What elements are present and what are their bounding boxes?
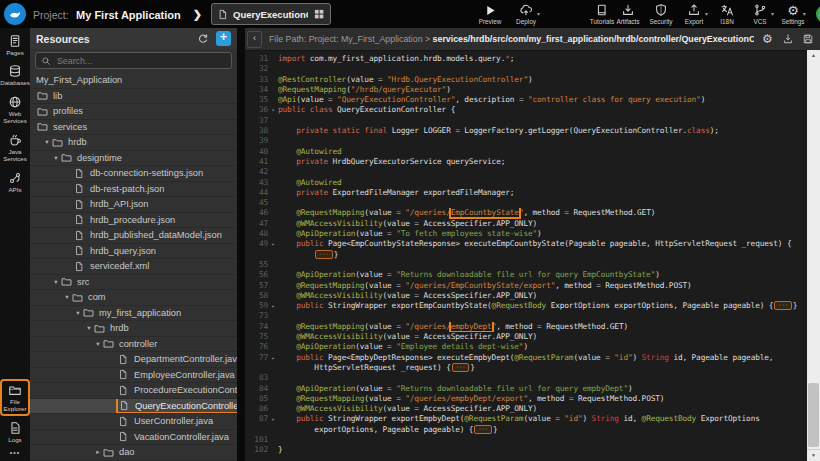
code-line[interactable]: 84 @ApiOperation(value = "Returns downlo…: [245, 384, 807, 394]
code-line[interactable]: 58 @WMAccessVisibility(value = AccessSpe…: [245, 291, 807, 301]
scroll-up-icon[interactable]: ▲: [807, 50, 820, 61]
app-logo-icon[interactable]: [4, 3, 26, 25]
code-line[interactable]: 83: [245, 373, 807, 383]
tree-item[interactable]: db-connection-settings.json: [30, 166, 237, 182]
code-line[interactable]: 59▸ public StringWrapper exportEmpCountb…: [245, 301, 807, 311]
tree-item[interactable]: db-rest-patch.json: [30, 182, 237, 198]
rail-item-java-services[interactable]: Java Services: [1, 130, 29, 165]
chevron-down-icon[interactable]: ▾: [51, 278, 61, 286]
editor-scrollbar[interactable]: ▲ ▼: [807, 50, 820, 461]
code-area[interactable]: 31import com.my_first_application.hrdb.m…: [245, 51, 820, 461]
code-line[interactable]: 43 @Autowired: [245, 178, 807, 188]
tree-item[interactable]: hrdb_query.json: [30, 244, 237, 260]
code-line[interactable]: 57 @RequestMapping(value = "/queries/Emp…: [245, 281, 807, 291]
chevron-down-icon[interactable]: ▾: [93, 340, 103, 348]
folded-code-icon[interactable]: ···: [774, 301, 791, 310]
topbar-action-i18n[interactable]: I18N: [714, 3, 740, 25]
fold-closed-icon[interactable]: ▸: [268, 353, 278, 363]
tree-item[interactable]: hrdb_API.json: [30, 197, 237, 213]
save-icon[interactable]: [801, 33, 814, 46]
tree-item[interactable]: ▾src: [30, 275, 237, 291]
rail-item-web-services[interactable]: Web Services: [1, 92, 29, 127]
tree-item[interactable]: EmployeeController.java: [30, 368, 237, 384]
chevron-down-icon[interactable]: ▾: [51, 154, 61, 162]
code-line[interactable]: 39: [245, 136, 807, 146]
tree-item[interactable]: DepartmentController.java: [30, 352, 237, 368]
more-options-icon[interactable]: •••: [10, 449, 20, 456]
grid-menu-icon[interactable]: [313, 8, 325, 20]
chevron-right-icon[interactable]: ▸: [93, 448, 103, 456]
code-line[interactable]: 46 @RequestMapping(value = "/queries/Emp…: [245, 208, 807, 218]
code-line[interactable]: 73: [245, 311, 807, 321]
topbar-action-deploy[interactable]: ▾Deploy: [513, 3, 539, 25]
tree-item[interactable]: ▾controller: [30, 337, 237, 353]
scrollbar-thumb[interactable]: [808, 383, 819, 447]
code-line[interactable]: 45: [245, 198, 807, 208]
code-line[interactable]: ···}: [245, 250, 807, 260]
tree-item[interactable]: ▾hrdb: [30, 135, 237, 151]
chevron-down-icon[interactable]: ▾: [62, 293, 72, 301]
topbar-action-preview[interactable]: Preview: [477, 3, 503, 25]
gear-icon[interactable]: ⚙: [761, 33, 774, 46]
download-file-icon[interactable]: [781, 33, 794, 46]
code-line[interactable]: 74 @RequestMapping(value = "/queries/emp…: [245, 322, 807, 332]
fold-closed-icon[interactable]: ▸: [268, 414, 278, 424]
code-line[interactable]: 56 @ApiOperation(value = "Returns downlo…: [245, 270, 807, 280]
user-avatar[interactable]: MP: [816, 5, 820, 23]
code-line[interactable]: 87▸ public StringWrapper exportEmpbyDept…: [245, 414, 807, 424]
add-resource-button[interactable]: +: [216, 31, 231, 46]
code-line[interactable]: HttpServletRequest _request) {···}: [245, 363, 807, 373]
tree-item[interactable]: lib: [30, 89, 237, 105]
code-line[interactable]: 37: [245, 116, 807, 126]
code-line[interactable]: 33@RestController(value = "Hrdb.QueryExe…: [245, 75, 807, 85]
code-line[interactable]: exportOptions, Pageable pageable) {···}: [245, 425, 807, 435]
tree-item[interactable]: ▸dao: [30, 445, 237, 461]
rail-item-databases[interactable]: Databases: [1, 61, 29, 88]
code-line[interactable]: 101: [245, 435, 807, 445]
rail-item-apis[interactable]: APIs: [1, 168, 29, 195]
code-line[interactable]: 48 @ApiOperation(value = "To fetch emplo…: [245, 229, 807, 239]
chevron-down-icon[interactable]: ▾: [42, 138, 52, 146]
open-file-tab[interactable]: QueryExecutionCon...: [211, 3, 331, 25]
search-input[interactable]: [55, 55, 226, 67]
topbar-action-artifacts[interactable]: Artifacts: [615, 3, 641, 25]
tree-item[interactable]: UserController.java: [30, 414, 237, 430]
chevron-down-icon[interactable]: ▾: [73, 309, 83, 317]
rail-item-logs[interactable]: Logs: [1, 418, 29, 445]
code-line[interactable]: 75 @WMAccessVisibility(value = AccessSpe…: [245, 332, 807, 342]
code-line[interactable]: 40 @Autowired: [245, 147, 807, 157]
tree-item[interactable]: VacationController.java: [30, 430, 237, 446]
panel-divider[interactable]: [237, 28, 245, 461]
fold-closed-icon[interactable]: ▸: [268, 239, 278, 249]
topbar-action-export[interactable]: ▾Export: [681, 3, 707, 25]
fold-open-icon[interactable]: ▾: [268, 105, 278, 115]
scroll-down-icon[interactable]: ▼: [807, 449, 820, 461]
code-line[interactable]: 47 @WMAccessVisibility(value = AccessSpe…: [245, 219, 807, 229]
code-line[interactable]: 102}: [245, 445, 807, 455]
tree-item[interactable]: QueryExecutionController.java: [30, 399, 237, 415]
chevron-down-icon[interactable]: ▾: [84, 324, 94, 332]
code-line[interactable]: 41 private HrdbQueryExecutorService quer…: [245, 157, 807, 167]
tree-item[interactable]: ▾com: [30, 290, 237, 306]
folded-code-icon[interactable]: ···: [452, 363, 469, 372]
rail-item-pages[interactable]: Pages: [1, 31, 29, 58]
tree-item[interactable]: servicedef.xml: [30, 259, 237, 275]
folded-code-icon[interactable]: ···: [474, 425, 491, 434]
rail-item-file-explorer[interactable]: File Explorer: [1, 380, 29, 415]
code-line[interactable]: 31import com.my_first_application.hrdb.m…: [245, 54, 807, 64]
tree-item[interactable]: services: [30, 120, 237, 136]
code-line[interactable]: 32: [245, 64, 807, 74]
tree-item[interactable]: ▾my_first_application: [30, 306, 237, 322]
tree-item[interactable]: ▾designtime: [30, 151, 237, 167]
code-line[interactable]: 42: [245, 167, 807, 177]
code-line[interactable]: 38 private static final Logger LOGGER = …: [245, 126, 807, 136]
code-line[interactable]: 36▾public class QueryExecutionController…: [245, 105, 807, 115]
topbar-action-vcs[interactable]: ▾VCS: [747, 3, 773, 25]
code-line[interactable]: 34@RequestMapping("/hrdb/queryExecutor"): [245, 85, 807, 95]
code-line[interactable]: 86 @WMAccessVisibility(value = AccessSpe…: [245, 404, 807, 414]
topbar-action-settings[interactable]: ⚙▾Settings: [780, 3, 806, 25]
code-line[interactable]: 49▸ public Page<EmpCountbyStateResponse>…: [245, 239, 807, 249]
tree-item[interactable]: hrdb_procedure.json: [30, 213, 237, 229]
folded-code-icon[interactable]: ···: [315, 250, 332, 259]
code-line[interactable]: 76 @ApiOperation(value = "Employee detai…: [245, 342, 807, 352]
